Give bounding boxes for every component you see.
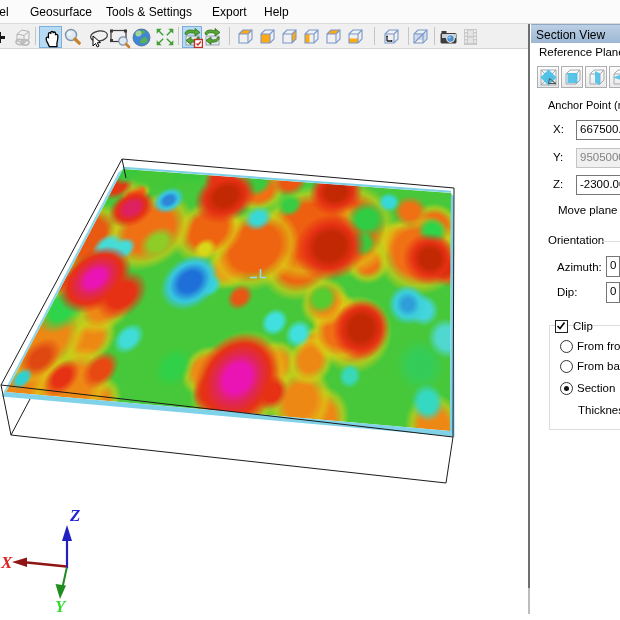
svg-text:Z: Z (69, 506, 80, 525)
svg-text:Y: Y (55, 597, 67, 616)
svg-text:X: X (0, 553, 13, 572)
